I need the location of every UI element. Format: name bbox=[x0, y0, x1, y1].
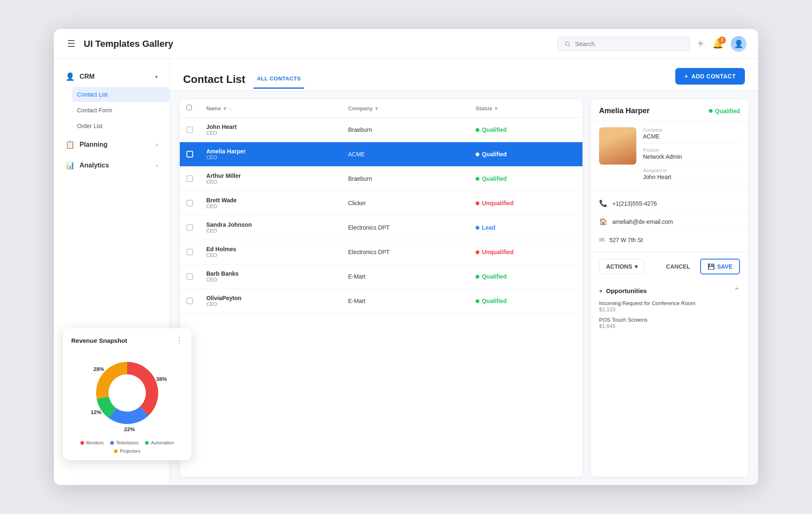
row-checkbox[interactable] bbox=[186, 249, 193, 255]
row-checkbox[interactable] bbox=[186, 126, 193, 133]
row-checkbox[interactable] bbox=[186, 151, 193, 158]
sidebar-item-contact-form[interactable]: Contact Form bbox=[72, 103, 169, 118]
row-checkbox[interactable] bbox=[186, 224, 193, 231]
name-sort-icon[interactable]: ↓ bbox=[229, 106, 232, 112]
contact-company: ACME bbox=[341, 142, 469, 167]
email-row: 🏠 ameliah@dx-email.com bbox=[591, 213, 748, 231]
status-dot bbox=[476, 128, 479, 132]
contact-role: CEO bbox=[206, 155, 335, 160]
sidebar-planning-label: Planning bbox=[80, 141, 151, 148]
legend-dot bbox=[114, 449, 118, 453]
header-actions: ☀ 🔔 2 👤 bbox=[696, 36, 747, 52]
sidebar-item-contact-list[interactable]: Contact List bbox=[72, 87, 169, 102]
th-status: Status ▼ bbox=[469, 99, 582, 118]
phone-value: +1(213)555-4276 bbox=[612, 200, 657, 207]
contact-role: CEO bbox=[206, 252, 335, 258]
select-all-checkbox[interactable] bbox=[186, 105, 192, 110]
tab-all-contacts[interactable]: ALL CONTACTS bbox=[254, 70, 304, 89]
address-row: ✉ 527 W 7th St bbox=[591, 231, 748, 249]
table-row[interactable]: OliviaPeyton CEO E-Mart Qualified bbox=[180, 289, 582, 313]
profile-fields: Company ACME Position Network Admin Assi… bbox=[643, 127, 740, 184]
cancel-button[interactable]: CANCEL bbox=[661, 259, 695, 274]
sidebar-planning-header[interactable]: 📋 Planning › bbox=[57, 135, 166, 154]
name-filter-icon[interactable]: ▼ bbox=[222, 106, 227, 112]
add-contact-button[interactable]: + ADD CONTACT bbox=[675, 68, 745, 85]
row-checkbox[interactable] bbox=[186, 175, 193, 182]
sidebar-analytics-header[interactable]: 📊 Analytics › bbox=[57, 156, 166, 175]
table-row[interactable]: John Heart CEO Braeburn Qualified bbox=[180, 118, 582, 142]
contact-company: E-Mart bbox=[341, 264, 469, 289]
analytics-icon: 📊 bbox=[65, 161, 75, 170]
legend-label: Automation bbox=[151, 440, 174, 445]
status-badge: Lead bbox=[476, 224, 495, 231]
sidebar-item-order-list[interactable]: Order List bbox=[72, 119, 169, 133]
legend-item: Monitors bbox=[80, 440, 104, 445]
contact-name: Barb Banks bbox=[206, 270, 335, 277]
opportunities-collapse-icon[interactable]: ⌃ bbox=[734, 286, 740, 295]
position-label: Position bbox=[643, 148, 740, 153]
legend-dot bbox=[145, 441, 149, 445]
contact-name: Ed Holmes bbox=[206, 246, 335, 252]
legend-item: Projectors bbox=[114, 449, 140, 453]
status-filter-icon[interactable]: ▼ bbox=[494, 106, 499, 112]
donut-pct-label: 38% bbox=[156, 376, 167, 382]
contact-role: CEO bbox=[206, 228, 335, 234]
detail-status-badge: Qualified bbox=[709, 108, 740, 114]
sidebar-crm-header[interactable]: 👤 CRM ▾ bbox=[57, 67, 166, 86]
donut-pct-label: 22% bbox=[124, 426, 135, 432]
legend-item: Televisions bbox=[110, 440, 138, 445]
contact-company: Braeburn bbox=[341, 118, 469, 142]
contact-company: Electronics DPT bbox=[341, 216, 469, 240]
status-badge: Qualified bbox=[476, 175, 507, 182]
opportunities-plus-icon[interactable]: + bbox=[599, 287, 603, 294]
contact-name: Brett Wade bbox=[206, 197, 335, 204]
sidebar-analytics-label: Analytics bbox=[80, 162, 151, 169]
planning-icon: 📋 bbox=[65, 140, 75, 149]
table-row[interactable]: Sandra Johnson CEO Electronics DPT Lead bbox=[180, 216, 582, 240]
donut-pct-label: 12% bbox=[91, 409, 102, 415]
save-label: SAVE bbox=[717, 263, 732, 270]
table-row[interactable]: Barb Banks CEO E-Mart Qualified bbox=[180, 264, 582, 289]
contact-role: CEO bbox=[206, 179, 335, 185]
detail-status-text: Qualified bbox=[715, 108, 740, 114]
search-input[interactable] bbox=[575, 40, 666, 47]
status-badge: Qualified bbox=[476, 298, 507, 304]
theme-icon[interactable]: ☀ bbox=[696, 39, 705, 49]
contact-role: CEO bbox=[206, 301, 335, 307]
contact-role: CEO bbox=[206, 130, 335, 136]
company-filter-icon[interactable]: ▼ bbox=[374, 106, 379, 112]
save-button[interactable]: 💾 SAVE bbox=[700, 259, 740, 274]
table-row[interactable]: Ed Holmes CEO Electronics DPT Unqualifie… bbox=[180, 240, 582, 264]
assigned-value: John Heart bbox=[643, 174, 740, 180]
profile-assigned-field: Assigned to John Heart bbox=[643, 168, 740, 184]
main-content: Contact List ALL CONTACTS + ADD CONTACT bbox=[170, 59, 758, 485]
search-bar[interactable] bbox=[557, 36, 690, 51]
actions-button[interactable]: ACTIONS ▾ bbox=[599, 259, 645, 274]
row-checkbox[interactable] bbox=[186, 298, 193, 304]
hamburger-icon[interactable]: ☰ bbox=[65, 37, 77, 51]
widget-menu-icon[interactable]: ⋮ bbox=[176, 336, 183, 345]
actions-dropdown-icon: ▾ bbox=[635, 263, 638, 270]
row-checkbox[interactable] bbox=[186, 200, 193, 206]
opportunities-header: + Opportunities ⌃ bbox=[599, 286, 740, 295]
search-icon bbox=[564, 41, 571, 47]
status-dot bbox=[476, 226, 479, 230]
detail-panel: Amelia Harper Qualified Company bbox=[591, 99, 748, 477]
analytics-chevron-icon: › bbox=[156, 162, 158, 169]
profile-company-field: Company ACME bbox=[643, 127, 740, 143]
contact-company: Clicker bbox=[341, 191, 469, 216]
company-value: ACME bbox=[643, 133, 740, 140]
table-row[interactable]: Amelia Harper CEO ACME Qualified bbox=[180, 142, 582, 167]
profile-photo bbox=[599, 127, 636, 165]
user-avatar[interactable]: 👤 bbox=[731, 36, 747, 52]
address-value: 527 W 7th St bbox=[609, 237, 643, 243]
table-row[interactable]: Brett Wade CEO Clicker Unqualified bbox=[180, 191, 582, 216]
status-dot bbox=[476, 299, 479, 303]
notifications-bell[interactable]: 🔔 2 bbox=[712, 39, 723, 49]
plus-icon: + bbox=[684, 73, 688, 80]
table-row[interactable]: Arthur Miller CEO Braeburn Qualified bbox=[180, 167, 582, 191]
row-checkbox[interactable] bbox=[186, 273, 193, 280]
crm-icon: 👤 bbox=[65, 72, 75, 81]
sidebar-section-planning: 📋 Planning › bbox=[54, 135, 169, 154]
legend-label: Televisions bbox=[116, 440, 138, 445]
